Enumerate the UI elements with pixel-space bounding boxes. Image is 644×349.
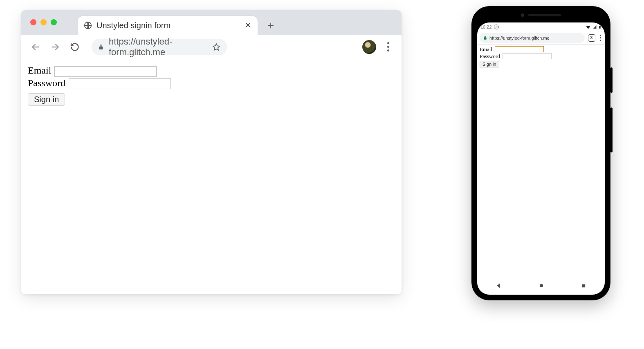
android-overview-icon[interactable] [581, 283, 587, 289]
mobile-tab-count: 3 [590, 36, 593, 40]
mobile-email-label: Email [480, 46, 492, 52]
profile-avatar[interactable] [362, 40, 376, 54]
tab-title: Unstyled signin form [96, 21, 244, 30]
password-row: Password [28, 78, 395, 89]
mobile-url-text: https://unstyled-form.glitch.me [489, 36, 550, 40]
signin-button[interactable]: Sign in [28, 93, 65, 106]
phone-speaker-grill [528, 14, 561, 16]
mobile-menu-button[interactable] [599, 35, 603, 41]
minimize-window-button[interactable] [40, 19, 47, 25]
svg-point-4 [540, 284, 543, 287]
mobile-address-bar[interactable]: https://unstyled-form.glitch.me [480, 33, 585, 43]
mobile-password-row: Password [480, 53, 602, 60]
reload-button[interactable] [68, 40, 82, 54]
password-label: Password [28, 78, 65, 88]
android-home-icon[interactable] [538, 282, 545, 289]
lock-icon [97, 44, 105, 50]
phone-screen: 10:22 https://unstyled-form. [477, 22, 605, 295]
page-viewport: Email Password Sign in [21, 59, 402, 294]
close-tab-icon[interactable]: ✕ [244, 21, 252, 29]
do-not-disturb-icon [494, 25, 499, 29]
battery-icon [598, 25, 601, 30]
email-input[interactable] [54, 66, 157, 77]
wifi-icon [586, 25, 591, 30]
browser-tab[interactable]: Unstyled signin form ✕ [78, 16, 258, 35]
phone-device-frame: 10:22 https://unstyled-form. [471, 6, 610, 300]
mobile-password-input[interactable] [503, 53, 552, 59]
status-time: 10:22 [480, 25, 492, 29]
password-input[interactable] [69, 78, 171, 89]
email-row: Email [28, 65, 395, 77]
desktop-browser-window: Unstyled signin form ✕ ＋ https://unstyle… [21, 10, 402, 294]
window-controls [30, 19, 57, 25]
forward-button[interactable] [48, 40, 62, 54]
android-back-icon[interactable] [495, 282, 503, 289]
new-tab-button[interactable]: ＋ [263, 18, 278, 32]
mobile-page-viewport: Email Password Sign in [477, 45, 605, 277]
email-label: Email [28, 65, 51, 76]
toolbar: https://unstyled-form.glitch.me [21, 35, 402, 59]
lock-icon [483, 36, 487, 40]
android-nav-bar [477, 277, 605, 295]
mobile-tabs-button[interactable]: 3 [588, 34, 595, 42]
mobile-email-input[interactable] [495, 46, 544, 52]
mobile-email-row: Email [480, 46, 602, 53]
titlebar: Unstyled signin form ✕ ＋ [21, 10, 402, 35]
maximize-window-button[interactable] [51, 19, 57, 25]
phone-camera-dot [521, 13, 524, 17]
close-window-button[interactable] [30, 19, 36, 25]
globe-icon [83, 21, 92, 30]
back-button[interactable] [29, 40, 43, 54]
mobile-url-bar: https://unstyled-form.glitch.me 3 [477, 31, 605, 45]
phone-earpiece [521, 13, 561, 17]
browser-menu-button[interactable] [382, 41, 394, 53]
bookmark-star-icon[interactable] [211, 43, 221, 51]
svg-marker-1 [213, 43, 220, 50]
url-text: https://unstyled-form.glitch.me [109, 36, 207, 58]
address-bar[interactable]: https://unstyled-form.glitch.me [92, 39, 227, 55]
mobile-signin-button[interactable]: Sign in [480, 61, 499, 67]
tabstrip: Unstyled signin form ✕ ＋ [78, 10, 278, 35]
android-status-bar: 10:22 [477, 22, 605, 31]
svg-rect-2 [599, 26, 600, 28]
mobile-password-label: Password [480, 53, 500, 59]
svg-rect-5 [582, 284, 586, 287]
svg-rect-3 [599, 26, 600, 26]
signal-icon [592, 25, 597, 29]
